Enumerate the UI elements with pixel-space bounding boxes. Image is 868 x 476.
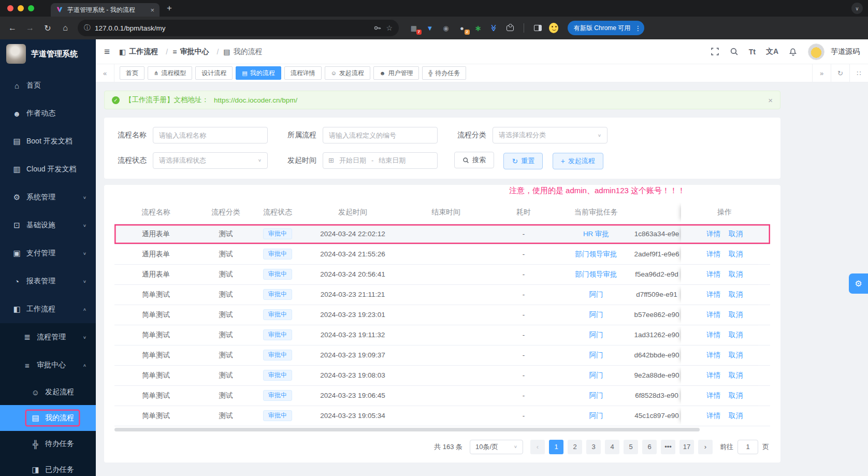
tag-tab[interactable]: 首页 — [120, 66, 144, 80]
chrome-update-button[interactable]: 有新版 Chrome 可用 ⋮ — [568, 21, 644, 35]
tab-close-icon[interactable]: × — [150, 6, 154, 14]
tag-tab[interactable]: ☻ 用户管理 — [373, 66, 419, 80]
cancel-link[interactable]: 取消 — [729, 411, 743, 421]
sidebar-item-boot-docs[interactable]: ▤ Boot 开发文档 — [0, 127, 96, 155]
process-definition-input[interactable] — [323, 127, 438, 143]
font-size-icon[interactable]: Tt — [749, 48, 756, 56]
current-task-link[interactable]: 部门领导审批 — [575, 250, 617, 258]
collapse-menu-icon[interactable]: ≡ — [104, 46, 110, 57]
app-logo[interactable]: 芋道管理系统 — [0, 39, 96, 68]
fullscreen-icon[interactable] — [711, 47, 719, 56]
extension-icon-kite[interactable]: ▼ — [425, 23, 435, 33]
sidebar-item-report-mgmt[interactable]: ◔ 报表管理 ∨ — [0, 267, 96, 295]
tag-tab[interactable]: ☺ 发起流程 — [325, 66, 370, 80]
current-task-link[interactable]: 阿门 — [589, 412, 603, 420]
jump-page-input[interactable] — [737, 440, 758, 454]
translate-icon[interactable]: 文A — [766, 47, 778, 56]
username[interactable]: 芋道源码 — [831, 47, 860, 56]
password-key-icon[interactable] — [373, 24, 382, 32]
sidebar-item-home[interactable]: ⌂ 首页 — [0, 71, 96, 99]
sidebar-item-author-news[interactable]: ☻ 作者动态 — [0, 99, 96, 127]
cancel-link[interactable]: 取消 — [729, 351, 743, 360]
page-button[interactable]: 6 — [642, 440, 657, 454]
tag-tab[interactable]: 流程详情 — [284, 66, 322, 80]
cancel-link[interactable]: 取消 — [729, 371, 743, 380]
notification-bell-icon[interactable] — [789, 47, 798, 56]
page-button[interactable]: ••• — [661, 440, 675, 454]
table-row[interactable]: 简单测试 测试 审批中 2024-03-23 19:06:45 - 阿门 — [114, 386, 770, 406]
tags-scroll-right-icon[interactable]: » — [812, 64, 831, 82]
page-button[interactable]: 17 — [679, 440, 694, 454]
cancel-link[interactable]: 取消 — [729, 270, 743, 279]
forward-icon[interactable]: → — [23, 21, 37, 35]
current-task-link[interactable]: 阿门 — [589, 351, 603, 359]
profile-avatar-icon[interactable] — [549, 23, 558, 33]
sidebar-item-todo-tasks[interactable]: ╬ 待办任务 — [0, 431, 96, 457]
current-task-link[interactable]: 阿门 — [589, 371, 603, 379]
cancel-link[interactable]: 取消 — [729, 290, 743, 299]
detail-link[interactable]: 详情 — [706, 351, 720, 360]
status-select[interactable]: 请选择流程状态 ∨ — [153, 152, 268, 169]
bookmark-star-icon[interactable]: ☆ — [386, 24, 393, 32]
detail-link[interactable]: 详情 — [706, 310, 720, 320]
current-task-link[interactable]: 阿门 — [589, 331, 603, 339]
extension-icon-star[interactable]: ∗ — [473, 23, 483, 33]
page-button[interactable]: 1 — [549, 440, 563, 454]
table-row[interactable]: 通用表单 测试 审批中 2024-03-24 21:55:26 - 部门领导审批 — [114, 244, 770, 265]
cancel-link[interactable]: 取消 — [729, 250, 743, 259]
horizontal-scrollbar-thumb[interactable] — [114, 428, 700, 431]
tag-tab[interactable]: 设计流程 — [195, 66, 233, 80]
sidebar-item-approval-center[interactable]: ≡ 审批中心 ∧ — [0, 351, 96, 379]
search-button[interactable]: 搜索 — [454, 152, 494, 168]
search-icon[interactable] — [730, 47, 739, 56]
settings-drawer-button[interactable]: ⚙ — [849, 273, 868, 294]
reset-button[interactable]: ↻ 重置 — [503, 153, 543, 169]
detail-link[interactable]: 详情 — [706, 371, 720, 380]
home-icon[interactable]: ⌂ — [58, 21, 73, 35]
breadcrumb-item[interactable]: ≡ 审批中心 / — [172, 47, 223, 56]
sidebar-item-process-mgmt[interactable]: ≣ 流程管理 ∨ — [0, 323, 96, 351]
tag-tab[interactable]: ▤ 我的流程 — [236, 66, 281, 80]
breadcrumb-item[interactable]: ▤ 我的流程 / — [223, 47, 262, 56]
back-icon[interactable]: ← — [5, 21, 20, 35]
table-row[interactable]: 简单测试 测试 审批中 2024-03-23 19:05:34 - 阿门 — [114, 406, 770, 426]
detail-link[interactable]: 详情 — [706, 270, 720, 279]
table-row[interactable]: 简单测试 测试 审批中 2024-03-23 21:11:21 - 阿门 — [114, 285, 770, 305]
sidebar-item-system-mgmt[interactable]: ⚙ 系统管理 ∨ — [0, 183, 96, 211]
table-row[interactable]: 简单测试 测试 审批中 2024-03-23 19:23:01 - 阿门 — [114, 305, 770, 325]
extension-icon-chevrons[interactable]: ≫ — [489, 23, 499, 33]
table-row[interactable]: 通用表单 测试 审批中 2024-03-24 22:02:12 - HR 审批 — [114, 224, 770, 244]
cancel-link[interactable]: 取消 — [729, 310, 743, 320]
maximize-window-button[interactable] — [28, 5, 34, 11]
page-button[interactable]: › — [698, 440, 713, 454]
table-row[interactable]: 通用表单 测试 审批中 2024-03-24 20:56:41 - 部门领导审批 — [114, 265, 770, 285]
page-size-select[interactable]: 10条/页 ∨ — [470, 440, 523, 454]
date-range-picker[interactable]: ⊞ 开始日期 - 结束日期 — [323, 152, 438, 169]
page-button[interactable]: 3 — [586, 440, 601, 454]
current-task-link[interactable]: 阿门 — [589, 392, 603, 399]
table-row[interactable]: 简单测试 测试 审批中 2024-03-23 19:08:03 - 阿门 — [114, 366, 770, 386]
new-tab-button[interactable]: + — [167, 3, 172, 13]
cancel-link[interactable]: 取消 — [729, 229, 743, 239]
sidebar-item-cloud-docs[interactable]: ▥ Cloud 开发文档 — [0, 155, 96, 183]
extension-icon-grid[interactable]: ▦ 7 — [409, 23, 418, 33]
user-avatar[interactable] — [808, 44, 824, 60]
side-panel-icon[interactable] — [533, 23, 542, 33]
browser-tab[interactable]: 芋道管理系统 - 我的流程 × — [51, 3, 160, 17]
detail-link[interactable]: 详情 — [706, 290, 720, 299]
sidebar-item-done-tasks[interactable]: ◨ 已办任务 — [0, 457, 96, 476]
sidebar-item-my-process[interactable]: ▤ 我的流程 — [0, 405, 96, 431]
sidebar-item-workflow[interactable]: ◧ 工作流程 ∧ — [0, 295, 96, 323]
sidebar-item-start-process[interactable]: ☺ 发起流程 — [0, 379, 96, 405]
extension-icon-circle-badged[interactable]: ● 2 — [457, 23, 467, 33]
minimize-window-button[interactable] — [18, 5, 24, 11]
reload-icon[interactable]: ↻ — [40, 21, 55, 35]
table-row[interactable]: 简单测试 测试 审批中 2024-03-23 19:11:32 - 阿门 — [114, 325, 770, 345]
detail-link[interactable]: 详情 — [706, 330, 720, 340]
breadcrumb-item[interactable]: ◧ 工作流程 / — [119, 47, 172, 56]
tags-scroll-left-icon[interactable]: « — [96, 64, 114, 82]
table-row[interactable]: 简单测试 测试 审批中 2024-03-23 19:09:37 - 阿门 — [114, 345, 770, 366]
alert-link[interactable]: https://doc.iocoder.cn/bpm/ — [214, 96, 297, 104]
extensions-puzzle-icon[interactable] — [505, 23, 515, 33]
cancel-link[interactable]: 取消 — [729, 391, 743, 400]
